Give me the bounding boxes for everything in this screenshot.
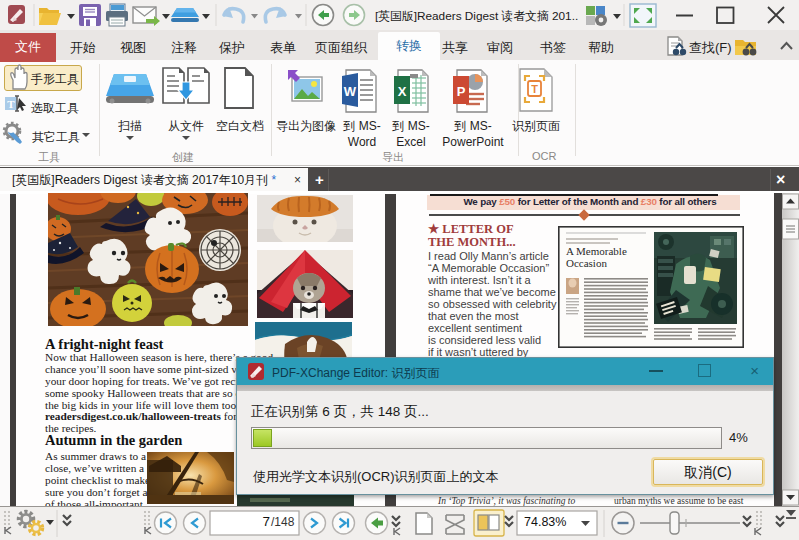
svg-text:Occasion: Occasion bbox=[566, 257, 607, 269]
svg-text:A Memorable: A Memorable bbox=[566, 245, 627, 257]
svg-text:P: P bbox=[457, 84, 466, 99]
svg-text:X: X bbox=[398, 84, 407, 99]
svg-text:T: T bbox=[7, 98, 15, 110]
svg-text:W: W bbox=[344, 84, 357, 99]
svg-text:T: T bbox=[531, 83, 538, 95]
